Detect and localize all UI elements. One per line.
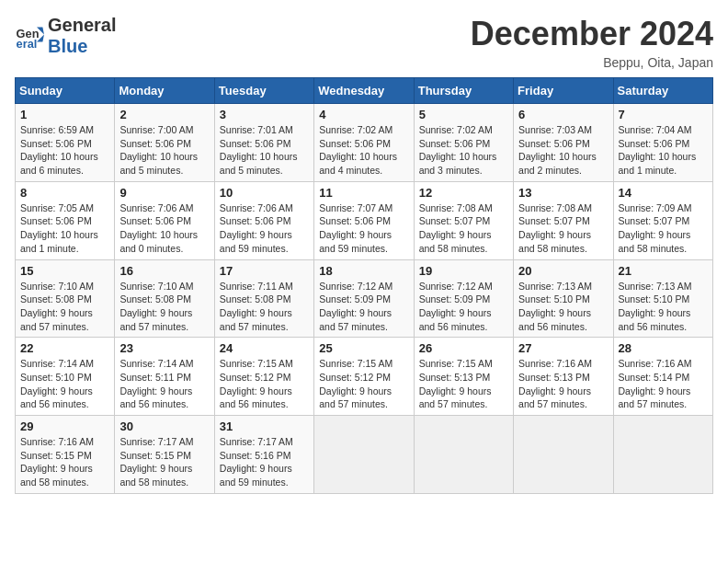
day-info: Sunrise: 7:12 AM Sunset: 5:09 PM Dayligh… [319, 280, 408, 334]
calendar-week-row: 22Sunrise: 7:14 AM Sunset: 5:10 PM Dayli… [16, 338, 713, 416]
day-info: Sunrise: 7:07 AM Sunset: 5:06 PM Dayligh… [319, 201, 408, 256]
day-info: Sunrise: 7:02 AM Sunset: 5:06 PM Dayligh… [419, 123, 508, 178]
day-info: Sunrise: 7:16 AM Sunset: 5:14 PM Dayligh… [619, 357, 708, 411]
calendar-body: 1Sunrise: 6:59 AM Sunset: 5:06 PM Daylig… [16, 104, 713, 494]
day-info: Sunrise: 7:08 AM Sunset: 5:07 PM Dayligh… [518, 201, 608, 256]
calendar-header-cell: Thursday [414, 78, 513, 104]
day-info: Sunrise: 7:03 AM Sunset: 5:06 PM Dayligh… [518, 123, 608, 178]
day-number: 24 [220, 341, 309, 355]
calendar-week-row: 1Sunrise: 6:59 AM Sunset: 5:06 PM Daylig… [16, 104, 713, 182]
day-info: Sunrise: 7:16 AM Sunset: 5:15 PM Dayligh… [20, 435, 109, 489]
day-number: 25 [319, 341, 408, 355]
calendar-cell: 23Sunrise: 7:14 AM Sunset: 5:11 PM Dayli… [115, 338, 214, 416]
logo-line1: General [48, 15, 116, 36]
logo-line2: Blue [48, 36, 116, 57]
day-info: Sunrise: 7:14 AM Sunset: 5:10 PM Dayligh… [20, 357, 109, 411]
svg-text:eral: eral [17, 37, 38, 51]
day-number: 12 [419, 186, 508, 200]
day-number: 18 [319, 264, 408, 278]
day-number: 22 [20, 341, 109, 355]
calendar-cell: 14Sunrise: 7:09 AM Sunset: 5:07 PM Dayli… [613, 181, 712, 259]
day-info: Sunrise: 7:13 AM Sunset: 5:10 PM Dayligh… [619, 280, 708, 334]
calendar-cell: 1Sunrise: 6:59 AM Sunset: 5:06 PM Daylig… [16, 104, 115, 182]
location: Beppu, Oita, Japan [471, 55, 713, 70]
calendar-cell: 15Sunrise: 7:10 AM Sunset: 5:08 PM Dayli… [16, 259, 115, 338]
calendar-cell: 11Sunrise: 7:07 AM Sunset: 5:06 PM Dayli… [314, 181, 414, 259]
day-info: Sunrise: 6:59 AM Sunset: 5:06 PM Dayligh… [20, 123, 109, 178]
day-number: 30 [119, 419, 209, 433]
day-info: Sunrise: 7:14 AM Sunset: 5:11 PM Dayligh… [119, 357, 209, 411]
calendar-week-row: 29Sunrise: 7:16 AM Sunset: 5:15 PM Dayli… [16, 416, 713, 494]
page-header: Gen eral General Blue December 2024 Bepp… [15, 15, 713, 70]
calendar-cell: 29Sunrise: 7:16 AM Sunset: 5:15 PM Dayli… [16, 416, 115, 494]
day-number: 4 [319, 108, 408, 121]
logo-icon: Gen eral [15, 21, 44, 51]
calendar-header-cell: Monday [115, 78, 214, 104]
day-number: 3 [220, 108, 309, 121]
calendar-cell: 5Sunrise: 7:02 AM Sunset: 5:06 PM Daylig… [414, 104, 513, 182]
calendar-cell: 8Sunrise: 7:05 AM Sunset: 5:06 PM Daylig… [16, 181, 115, 259]
logo: Gen eral General Blue [15, 15, 116, 57]
calendar-cell: 6Sunrise: 7:03 AM Sunset: 5:06 PM Daylig… [514, 104, 613, 182]
calendar-cell: 19Sunrise: 7:12 AM Sunset: 5:09 PM Dayli… [414, 259, 513, 338]
calendar-header-cell: Wednesday [314, 78, 414, 104]
calendar-header-cell: Sunday [16, 78, 115, 104]
calendar-cell: 21Sunrise: 7:13 AM Sunset: 5:10 PM Dayli… [613, 259, 712, 338]
day-info: Sunrise: 7:16 AM Sunset: 5:13 PM Dayligh… [518, 357, 608, 411]
day-number: 16 [119, 264, 209, 278]
calendar-cell: 25Sunrise: 7:15 AM Sunset: 5:12 PM Dayli… [314, 338, 414, 416]
day-info: Sunrise: 7:06 AM Sunset: 5:06 PM Dayligh… [220, 201, 309, 256]
calendar-cell [514, 416, 613, 494]
day-info: Sunrise: 7:15 AM Sunset: 5:12 PM Dayligh… [319, 357, 408, 411]
calendar-cell: 10Sunrise: 7:06 AM Sunset: 5:06 PM Dayli… [214, 181, 313, 259]
day-number: 21 [619, 264, 708, 278]
calendar-cell: 28Sunrise: 7:16 AM Sunset: 5:14 PM Dayli… [613, 338, 712, 416]
title-area: December 2024 Beppu, Oita, Japan [471, 15, 713, 70]
day-number: 17 [220, 264, 309, 278]
calendar-cell: 30Sunrise: 7:17 AM Sunset: 5:15 PM Dayli… [115, 416, 214, 494]
calendar-cell: 24Sunrise: 7:15 AM Sunset: 5:12 PM Dayli… [214, 338, 313, 416]
day-info: Sunrise: 7:10 AM Sunset: 5:08 PM Dayligh… [20, 280, 109, 334]
calendar-cell: 18Sunrise: 7:12 AM Sunset: 5:09 PM Dayli… [314, 259, 414, 338]
calendar-cell: 12Sunrise: 7:08 AM Sunset: 5:07 PM Dayli… [414, 181, 513, 259]
calendar-cell: 31Sunrise: 7:17 AM Sunset: 5:16 PM Dayli… [214, 416, 313, 494]
day-info: Sunrise: 7:15 AM Sunset: 5:13 PM Dayligh… [419, 357, 508, 411]
day-info: Sunrise: 7:02 AM Sunset: 5:06 PM Dayligh… [319, 123, 408, 178]
calendar-cell: 9Sunrise: 7:06 AM Sunset: 5:06 PM Daylig… [115, 181, 214, 259]
calendar-cell: 22Sunrise: 7:14 AM Sunset: 5:10 PM Dayli… [16, 338, 115, 416]
day-number: 20 [518, 264, 608, 278]
day-number: 28 [619, 341, 708, 355]
calendar-header-cell: Friday [514, 78, 613, 104]
calendar-week-row: 15Sunrise: 7:10 AM Sunset: 5:08 PM Dayli… [16, 259, 713, 338]
calendar-cell [314, 416, 414, 494]
day-info: Sunrise: 7:15 AM Sunset: 5:12 PM Dayligh… [220, 357, 309, 411]
day-number: 15 [20, 264, 109, 278]
calendar-header-cell: Tuesday [214, 78, 313, 104]
calendar-cell: 26Sunrise: 7:15 AM Sunset: 5:13 PM Dayli… [414, 338, 513, 416]
calendar-cell: 3Sunrise: 7:01 AM Sunset: 5:06 PM Daylig… [214, 104, 313, 182]
calendar-cell: 4Sunrise: 7:02 AM Sunset: 5:06 PM Daylig… [314, 104, 414, 182]
calendar-cell: 16Sunrise: 7:10 AM Sunset: 5:08 PM Dayli… [115, 259, 214, 338]
day-number: 29 [20, 419, 109, 433]
calendar-header-cell: Saturday [613, 78, 712, 104]
day-info: Sunrise: 7:00 AM Sunset: 5:06 PM Dayligh… [119, 123, 209, 178]
calendar-cell: 2Sunrise: 7:00 AM Sunset: 5:06 PM Daylig… [115, 104, 214, 182]
day-number: 13 [518, 186, 608, 200]
month-title: December 2024 [471, 15, 713, 53]
day-info: Sunrise: 7:17 AM Sunset: 5:15 PM Dayligh… [119, 435, 209, 489]
day-number: 10 [220, 186, 309, 200]
day-number: 26 [419, 341, 508, 355]
day-number: 8 [20, 186, 109, 200]
day-number: 9 [119, 186, 209, 200]
day-info: Sunrise: 7:17 AM Sunset: 5:16 PM Dayligh… [220, 435, 309, 489]
day-info: Sunrise: 7:08 AM Sunset: 5:07 PM Dayligh… [419, 201, 508, 256]
day-number: 5 [419, 108, 508, 121]
calendar-header-row: SundayMondayTuesdayWednesdayThursdayFrid… [16, 78, 713, 104]
day-number: 2 [119, 108, 209, 121]
day-number: 27 [518, 341, 608, 355]
calendar-cell: 13Sunrise: 7:08 AM Sunset: 5:07 PM Dayli… [514, 181, 613, 259]
calendar-cell: 7Sunrise: 7:04 AM Sunset: 5:06 PM Daylig… [613, 104, 712, 182]
day-number: 14 [619, 186, 708, 200]
day-info: Sunrise: 7:09 AM Sunset: 5:07 PM Dayligh… [619, 201, 708, 256]
day-number: 23 [119, 341, 209, 355]
